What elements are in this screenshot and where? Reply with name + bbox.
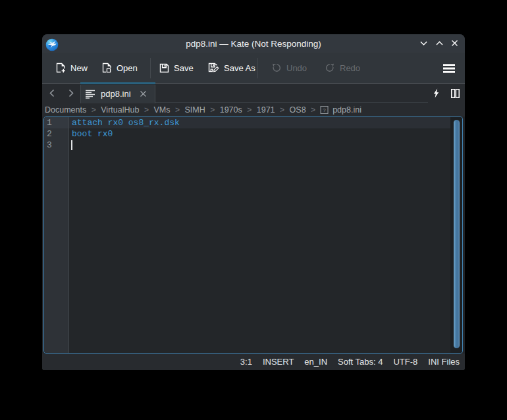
svg-text:?: ? <box>323 107 326 113</box>
